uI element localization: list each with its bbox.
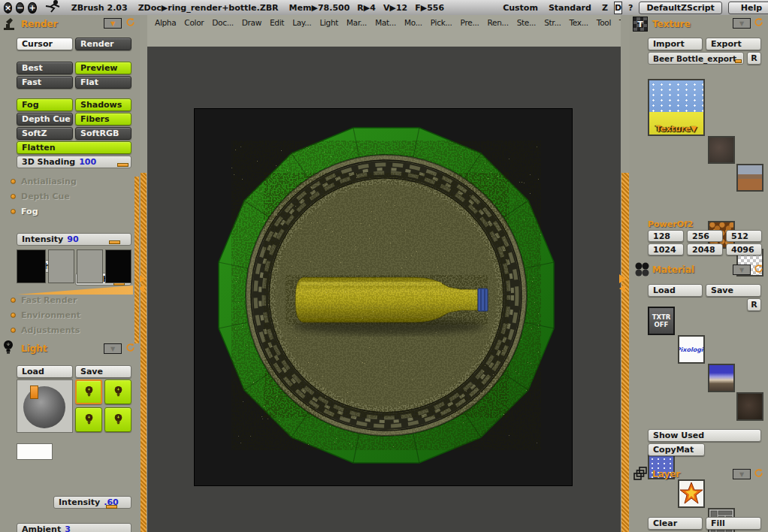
zbrush-document[interactable] [194,108,573,486]
light-color-swatch[interactable] [17,443,53,460]
size-2048-button[interactable]: 2048 [687,243,723,255]
size-512-button[interactable]: 512 [726,230,762,242]
material-save-button[interactable]: Save [706,284,761,297]
default-zscript-button[interactable]: DefaultZScript [639,2,721,14]
texture-thumb-gradient-mountains[interactable] [708,364,735,392]
texture-collapse-button[interactable]: ▼ [733,18,751,29]
fog-color2-swatch[interactable] [105,249,132,283]
standard-menu[interactable]: Standard [549,3,591,13]
maximize-button[interactable]: + [28,2,36,14]
menu-stroke[interactable]: Str... [544,18,561,27]
menu-edit[interactable]: Edit [270,18,284,27]
size-128-button[interactable]: 128 [648,230,684,242]
menu-preferences[interactable]: Pre... [461,18,479,27]
section-antialiasing[interactable]: Antialiasing [11,177,77,186]
fog-curve-widget[interactable] [17,286,133,295]
menu-stencil[interactable]: Ste... [517,18,536,27]
current-texture-label[interactable]: Texture▼ [649,124,703,134]
z-menu[interactable]: Z [602,3,608,13]
fog-toggle[interactable]: Fog [17,98,73,111]
depth-cue-toggle[interactable]: Depth Cue [17,113,73,125]
right-panel-divider[interactable] [621,15,630,532]
section-fog[interactable]: Fog [11,207,38,216]
cursor-button[interactable]: Cursor [17,38,73,50]
light-4-button[interactable] [104,407,132,432]
menu-draw[interactable]: Draw [242,18,262,27]
light-load-button[interactable]: Load [17,365,73,378]
render-refresh-icon[interactable] [125,17,135,29]
best-render-button[interactable]: Best [17,62,73,74]
menu-picker[interactable]: Pick... [431,18,452,27]
light-intensity-slider[interactable]: Intensity .60 [53,496,132,509]
menu-texture[interactable]: Tex... [570,18,588,27]
slider-handle[interactable] [117,163,129,167]
texture-thumb-dark-rock[interactable] [736,392,763,421]
light-3-button[interactable] [75,407,102,432]
texture-thumb-desert[interactable] [736,164,763,192]
render-button[interactable]: Render [75,38,132,50]
fog-gradient-swatch-a[interactable] [48,249,74,283]
close-button[interactable]: × [4,2,12,14]
menu-alpha[interactable]: Alpha [155,18,176,27]
texture-thumb-rock[interactable] [708,136,735,164]
texture-export-button[interactable]: Export [706,38,761,50]
menu-marker[interactable]: Mar... [346,18,367,27]
fog-gradient-swatch-b[interactable] [77,249,103,283]
light-2-button[interactable] [104,379,132,404]
copy-mat-button[interactable]: CopyMat [648,443,705,456]
light-1-button[interactable] [75,379,102,404]
size-1024-button[interactable]: 1024 [648,243,684,255]
section-adjustments[interactable]: Adjustments [11,325,80,335]
left-divider-arrows-icon[interactable] [138,274,149,297]
preview-render-button[interactable]: Preview [75,62,132,74]
menu-document[interactable]: Doc... [212,18,234,27]
menu-color[interactable]: Color [184,18,204,27]
light-refresh-icon[interactable] [125,343,135,355]
menu-movie[interactable]: Mo... [404,18,422,27]
left-panel-divider[interactable] [140,15,147,532]
canvas-area[interactable] [147,47,621,532]
texture-off-button[interactable]: TXTR OFF [648,307,675,335]
layer-collapse-button[interactable]: ▼ [733,469,751,479]
section-depth-cue[interactable]: Depth Cue [11,192,70,201]
ambient-slider[interactable]: Ambient 3 [17,523,132,532]
fog-intensity-slider[interactable]: Intensity 90 [17,233,132,246]
layer-refresh-icon[interactable] [754,468,763,480]
texture-import-button[interactable]: Import [648,38,703,50]
right-divider-arrows-icon[interactable] [619,274,630,297]
shadows-toggle[interactable]: Shadows [75,98,132,111]
current-texture-thumbnail[interactable]: Texture▼ [648,79,705,136]
minimize-button[interactable]: − [16,2,24,14]
layer-fill-button[interactable]: Fill [706,517,761,530]
texture-thumb-star[interactable] [678,479,705,508]
flat-render-button[interactable]: Flat [75,76,132,89]
material-r-button[interactable]: R [747,298,761,311]
panel-scroll-strip[interactable] [135,177,139,343]
material-load-button[interactable]: Load [648,284,703,297]
fog-color1-swatch[interactable] [17,249,46,283]
flatten-toggle[interactable]: Flatten [17,141,132,154]
menu-render[interactable]: Ren... [488,18,509,27]
section-fast-render[interactable]: Fast Render [11,295,77,305]
help-question-button[interactable]: ? [628,3,633,13]
menu-layer[interactable]: Lay... [292,18,311,27]
show-used-button[interactable]: Show Used [648,429,761,442]
light-collapse-button[interactable]: ▼ [104,343,122,354]
texture-thumb-pixologic[interactable]: Pixologic [678,335,705,364]
material-refresh-icon[interactable] [754,264,763,276]
menu-tool[interactable]: Tool [597,18,611,27]
slider-handle[interactable] [109,240,120,244]
light-save-button[interactable]: Save [75,365,132,378]
slider-handle[interactable] [106,505,117,509]
custom-menu[interactable]: Custom [503,3,538,13]
light-marker[interactable] [30,385,38,399]
slider-handle[interactable] [735,59,742,63]
size-256-button[interactable]: 256 [687,230,723,242]
softz-toggle[interactable]: SoftZ [17,127,73,140]
d-toggle[interactable]: D [614,2,622,14]
menu-material[interactable]: Mat... [375,18,396,27]
size-4096-button[interactable]: 4096 [726,243,762,255]
softrgb-toggle[interactable]: SoftRGB [75,127,132,140]
texture-r-button[interactable]: R [747,52,761,65]
3d-shading-slider[interactable]: 3D Shading 100 [17,156,132,168]
